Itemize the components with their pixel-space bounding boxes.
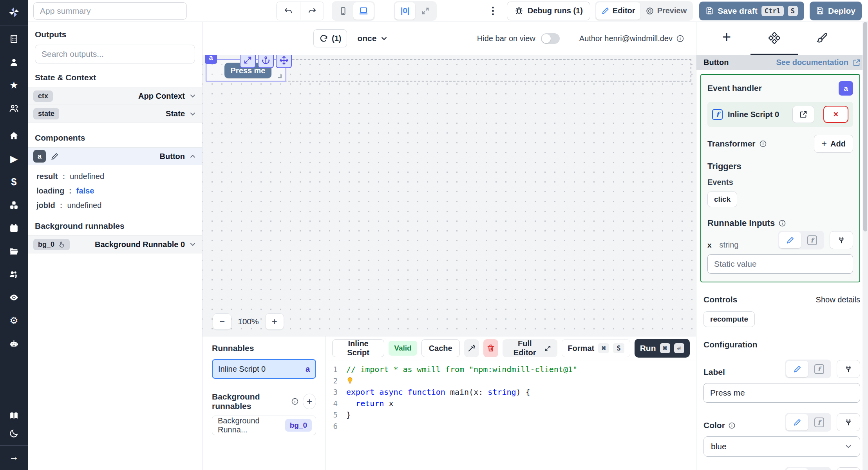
recompute-chip[interactable]: recompute xyxy=(703,311,755,327)
color-select[interactable]: blue xyxy=(703,436,860,457)
run-button[interactable]: Run ⌘ ⏎ xyxy=(635,339,690,358)
scrollbar[interactable] xyxy=(863,22,868,470)
ai-wand-button[interactable] xyxy=(464,339,479,357)
static-mode-button[interactable] xyxy=(779,232,801,248)
see-documentation-link[interactable]: See documentation xyxy=(776,58,861,67)
hide-bar-toggle[interactable] xyxy=(541,33,560,44)
users-gear-icon[interactable] xyxy=(0,266,28,283)
inline-script-item[interactable]: Inline Script 0 a xyxy=(212,359,316,379)
mobile-view-button[interactable] xyxy=(333,2,353,20)
zoom-in-button[interactable]: + xyxy=(265,313,284,330)
full-editor-button[interactable]: Full Editor xyxy=(503,339,557,357)
calendar-icon[interactable] xyxy=(0,219,28,237)
ctx-value: App Context xyxy=(138,92,185,101)
star-icon[interactable]: ★ xyxy=(0,76,28,94)
refresh-mode-dropdown[interactable]: once xyxy=(357,34,388,43)
triggers-title: Triggers xyxy=(707,161,853,172)
chevron-down-icon xyxy=(189,240,197,248)
play-icon[interactable]: ▶ xyxy=(0,150,28,168)
author-label: Author henri@windmill.dev xyxy=(579,34,684,43)
component-id-tag[interactable]: a xyxy=(205,55,217,64)
info-icon[interactable] xyxy=(291,398,299,405)
dollar-icon[interactable]: $ xyxy=(0,173,28,191)
resize-handle[interactable] xyxy=(278,74,282,78)
undo-button[interactable] xyxy=(277,2,300,20)
expand-handle[interactable] xyxy=(240,55,256,68)
code-line: 2 xyxy=(326,375,696,386)
show-details-link[interactable]: Show details xyxy=(816,295,860,304)
runnable-input-x-row: x string f xyxy=(707,231,853,249)
app-summary-input[interactable] xyxy=(33,2,187,20)
connect-input-button[interactable] xyxy=(837,467,860,470)
anchor-handle[interactable] xyxy=(258,55,274,68)
desktop-view-button[interactable] xyxy=(353,2,374,20)
controls-title: Controls xyxy=(703,295,737,304)
editor-tab[interactable]: Editor xyxy=(596,2,640,20)
info-icon[interactable] xyxy=(778,219,786,227)
static-mode-button[interactable] xyxy=(786,361,808,377)
event-handler-box: Event handler a f Inline Script 0 × xyxy=(700,74,860,282)
redo-button[interactable] xyxy=(300,2,324,20)
cubes-icon[interactable] xyxy=(0,196,28,214)
windmill-logo-icon[interactable] xyxy=(7,0,21,25)
open-script-button[interactable] xyxy=(792,106,814,123)
info-icon[interactable] xyxy=(676,34,684,43)
zoom-out-button[interactable]: − xyxy=(213,313,231,330)
arrow-right-icon[interactable]: → xyxy=(0,446,28,468)
code-editor-content[interactable]: 1// import * as wmill from "npm:windmill… xyxy=(326,360,696,470)
static-mode-button[interactable] xyxy=(786,468,808,470)
delete-script-button[interactable] xyxy=(483,339,498,357)
bg-runnable-item[interactable]: Background Runna... bg_0 xyxy=(212,416,316,435)
inline-script-row[interactable]: f Inline Script 0 × xyxy=(707,102,853,127)
search-outputs-input[interactable] xyxy=(35,45,195,63)
tab-styling[interactable] xyxy=(798,22,846,55)
ctx-row[interactable]: ctx App Context xyxy=(28,87,202,105)
expression-mode-button[interactable]: f xyxy=(808,414,830,430)
label-value-input[interactable] xyxy=(703,383,860,403)
save-draft-button[interactable]: Save draft Ctrl S xyxy=(699,2,804,20)
eye-icon[interactable] xyxy=(0,289,28,306)
tab-insert-component[interactable]: + xyxy=(703,22,750,55)
tab-component-settings[interactable] xyxy=(750,22,798,55)
expression-mode-button[interactable]: f xyxy=(808,468,830,470)
folder-icon[interactable] xyxy=(0,242,28,260)
fullscreen-button[interactable] xyxy=(415,2,436,20)
script-name-button[interactable]: Inline Script xyxy=(332,339,384,357)
center-align-button[interactable]: |0| xyxy=(395,2,415,20)
expression-mode-button[interactable]: f xyxy=(801,232,823,248)
bg0-badge: bg_0 xyxy=(33,239,70,250)
add-transformer-button[interactable]: + Add xyxy=(814,135,853,153)
cache-button[interactable]: Cache xyxy=(421,339,460,357)
app-canvas[interactable]: a Press me − 100% + xyxy=(203,55,696,336)
pencil-icon[interactable] xyxy=(51,152,59,161)
info-icon[interactable] xyxy=(759,140,767,148)
format-button[interactable]: Format ⌘ S xyxy=(562,339,630,357)
component-button-row[interactable]: a Button xyxy=(28,147,202,165)
robot-icon[interactable] xyxy=(0,335,28,352)
preview-tab[interactable]: Preview xyxy=(640,2,692,20)
remove-script-button[interactable]: × xyxy=(823,106,848,123)
static-mode-button[interactable] xyxy=(786,414,808,430)
connect-input-button[interactable] xyxy=(830,231,853,249)
debug-runs-button[interactable]: Debug runs (1) xyxy=(507,2,590,20)
info-icon[interactable] xyxy=(728,422,736,429)
more-menu-icon[interactable]: ⋮ xyxy=(488,5,498,17)
moon-icon[interactable] xyxy=(0,425,28,442)
move-handle[interactable] xyxy=(276,55,292,68)
home-icon[interactable] xyxy=(0,127,28,145)
expression-mode-button[interactable]: f xyxy=(808,361,830,377)
refresh-button[interactable]: (1) xyxy=(313,29,347,47)
deploy-button[interactable]: Deploy xyxy=(810,2,862,20)
building-icon[interactable] xyxy=(0,30,28,48)
state-row[interactable]: state State xyxy=(28,105,202,123)
static-value-input[interactable] xyxy=(707,254,853,274)
user-group-icon[interactable] xyxy=(0,99,28,117)
bg-runnable-row[interactable]: bg_0 Background Runnable 0 xyxy=(28,235,202,253)
add-bg-runnable-button[interactable]: + xyxy=(303,394,316,409)
person-icon[interactable] xyxy=(0,53,28,71)
connect-input-button[interactable] xyxy=(837,413,860,431)
connect-input-button[interactable] xyxy=(837,360,860,378)
gear-icon[interactable]: ⚙ xyxy=(0,312,28,329)
scrollbar-thumb[interactable] xyxy=(863,22,867,231)
book-icon[interactable] xyxy=(0,407,28,425)
